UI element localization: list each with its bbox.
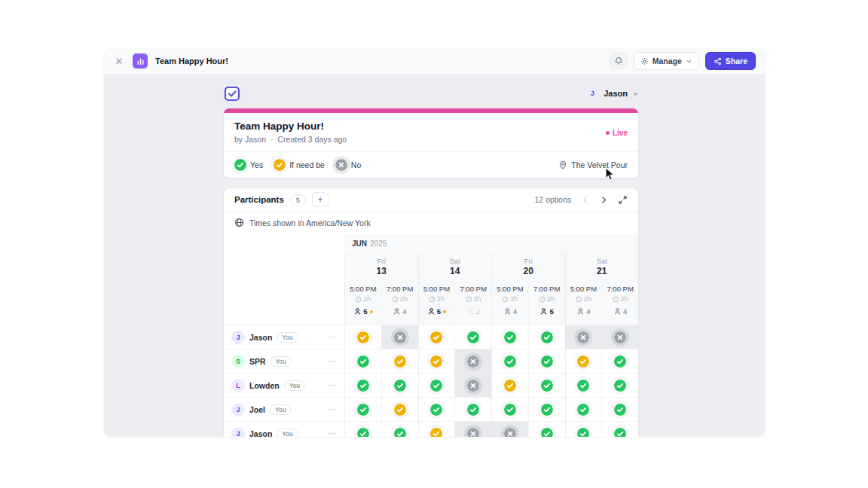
participant-name: SPR xyxy=(249,357,266,366)
vote-cell xyxy=(454,349,491,373)
vote-yes-icon xyxy=(430,404,442,416)
vote-no-icon xyxy=(394,331,406,343)
vote-cell xyxy=(418,398,455,421)
person-icon xyxy=(393,307,401,316)
time-slot-header: 5:00 PM2h5 xyxy=(418,282,455,325)
vote-cell xyxy=(528,349,565,373)
participant-name: Joel xyxy=(249,405,265,414)
vote-yes-icon xyxy=(577,404,589,416)
app-window: ✕ Team Happy Hour! Manage Share xyxy=(104,48,765,437)
you-badge: You xyxy=(284,380,305,391)
add-participant-button[interactable]: + xyxy=(312,192,329,207)
you-badge: You xyxy=(270,356,292,367)
vote-cell xyxy=(454,398,491,421)
person-icon xyxy=(539,307,548,316)
vote-cell xyxy=(381,398,418,421)
clock-icon xyxy=(539,296,546,303)
vote-yes-icon xyxy=(234,159,246,171)
row-menu-button[interactable]: ⋯ xyxy=(328,429,337,437)
vote-cell xyxy=(344,422,381,437)
vote-yes-icon xyxy=(614,355,626,368)
participants-count-badge: 5 xyxy=(290,194,306,206)
prev-options-button[interactable] xyxy=(580,195,590,205)
avatar: L xyxy=(231,379,245,392)
vote-cell xyxy=(418,422,455,437)
row-menu-button[interactable]: ⋯ xyxy=(328,380,337,390)
clock-icon xyxy=(429,296,436,303)
vote-no-icon xyxy=(335,159,347,171)
row-menu-button[interactable]: ⋯ xyxy=(328,356,337,366)
if-need-be-dot xyxy=(443,310,446,313)
person-icon xyxy=(427,307,436,316)
person-icon xyxy=(466,307,475,316)
vote-cell xyxy=(491,422,528,437)
vote-yes-icon xyxy=(577,380,589,392)
vote-yes-icon xyxy=(614,428,626,438)
vote-cell xyxy=(565,325,602,349)
live-dot-icon xyxy=(606,131,610,135)
chevron-down-icon xyxy=(686,58,692,65)
vote-cell xyxy=(381,422,418,437)
vote-ifNeedBe-icon xyxy=(394,404,406,416)
you-badge: You xyxy=(277,332,298,343)
date-header: Fri13 xyxy=(344,255,418,282)
poll-header-card: Team Happy Hour! by Jason·Created 3 days… xyxy=(223,108,639,178)
window-title: Team Happy Hour! xyxy=(155,56,228,66)
vote-cell xyxy=(601,422,638,437)
chevron-down-icon xyxy=(632,90,639,97)
clock-icon xyxy=(355,296,362,303)
vote-cell xyxy=(491,325,528,349)
time-slot-header: 7:00 PM2h5 xyxy=(528,282,565,325)
time-slot-header: 5:00 PM2h4 xyxy=(565,282,602,325)
participants-card: Participants 5 + 12 options xyxy=(223,188,639,437)
vote-cell xyxy=(454,374,491,397)
vote-yes-icon xyxy=(614,380,626,392)
vote-yes-icon xyxy=(541,331,553,343)
vote-yes-icon xyxy=(541,404,553,416)
person-icon xyxy=(613,307,622,316)
poll-app-icon xyxy=(133,53,148,69)
vote-cell xyxy=(565,349,602,373)
vote-cell xyxy=(601,325,638,349)
you-badge: You xyxy=(277,429,298,438)
live-badge: Live xyxy=(606,122,628,144)
vote-no-icon xyxy=(614,331,626,343)
vote-cell xyxy=(344,349,381,373)
share-button[interactable]: Share xyxy=(705,52,756,70)
avatar: S xyxy=(231,355,245,368)
poll-title: Team Happy Hour! xyxy=(234,120,347,132)
vote-yes-icon xyxy=(357,404,369,416)
vote-cell xyxy=(418,325,455,349)
vote-cell xyxy=(491,349,528,373)
vote-ifNeedBe-icon xyxy=(430,428,442,438)
participant-name: Jason xyxy=(249,333,272,342)
vote-cell xyxy=(344,398,381,421)
notifications-button[interactable] xyxy=(610,53,628,69)
row-menu-button[interactable]: ⋯ xyxy=(328,404,337,414)
vote-yes-icon xyxy=(357,428,369,438)
expand-button[interactable] xyxy=(618,195,628,205)
avatar: J xyxy=(231,427,245,438)
vote-cell xyxy=(528,422,565,437)
vote-yes-icon xyxy=(541,380,553,392)
clock-icon xyxy=(613,296,619,303)
user-menu[interactable]: J Jason xyxy=(585,87,639,100)
vote-cell xyxy=(601,374,638,397)
next-options-button[interactable] xyxy=(599,195,609,205)
vote-cell xyxy=(344,374,381,397)
date-header: Sat21 xyxy=(565,255,639,282)
vote-cell xyxy=(381,374,418,397)
vote-ifNeedBe-icon xyxy=(357,331,369,343)
vote-no-icon xyxy=(467,380,479,392)
vote-yes-icon xyxy=(394,428,406,438)
location-link[interactable]: The Velvet Pour xyxy=(558,160,628,169)
avatar: J xyxy=(231,403,245,416)
row-menu-button[interactable]: ⋯ xyxy=(328,332,337,342)
vote-no-icon xyxy=(504,428,516,438)
close-icon[interactable]: ✕ xyxy=(113,56,125,67)
map-pin-icon xyxy=(558,160,567,169)
vote-yes-icon xyxy=(614,404,626,416)
expand-icon xyxy=(618,195,628,205)
clock-icon xyxy=(502,296,509,303)
manage-button[interactable]: Manage xyxy=(634,52,699,70)
